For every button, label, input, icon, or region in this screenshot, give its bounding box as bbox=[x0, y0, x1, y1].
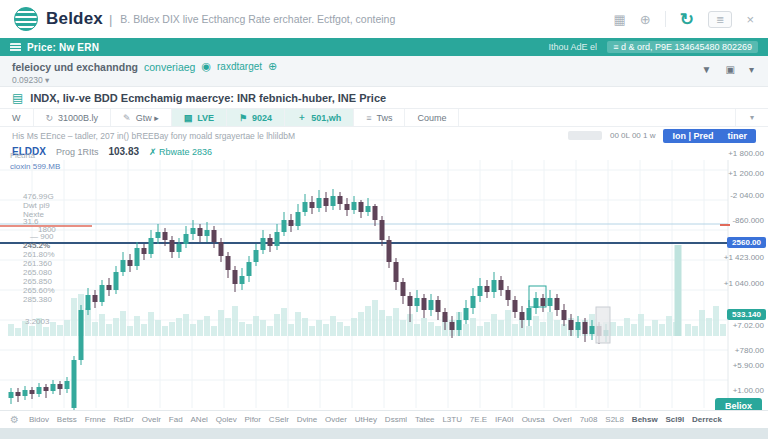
grid-icon[interactable]: ▦ bbox=[614, 13, 626, 26]
x-axis-label[interactable]: CSelr bbox=[269, 415, 289, 424]
candle-body bbox=[163, 232, 168, 240]
x-axis-label[interactable]: Ouvsa bbox=[522, 415, 545, 424]
legend-change: ✗ Rbwate 2836 bbox=[149, 147, 212, 157]
x-axis-label[interactable]: Tatee bbox=[415, 415, 435, 424]
y-axis-label: +1.00.00 bbox=[704, 386, 764, 395]
chart-subtitle-text: His Ms EEnce – tadler, 207 in() bREEBay … bbox=[12, 131, 295, 141]
x-axis-label[interactable]: Frnne bbox=[85, 415, 106, 424]
volume-bar bbox=[337, 322, 343, 336]
volume-bar bbox=[491, 314, 497, 336]
x-axis-label[interactable]: Dssml bbox=[385, 415, 407, 424]
toolbar-item-501-wh[interactable]: ＋501,wh bbox=[285, 109, 354, 126]
y-axis-label: +1 423.000 bbox=[704, 253, 764, 262]
chevron-down-icon[interactable]: ▾ bbox=[749, 64, 754, 75]
highlight-volume-bar bbox=[675, 245, 682, 336]
x-axis-label[interactable]: RstDr bbox=[114, 415, 134, 424]
banner-order-badge[interactable]: ≡ d & ord, P9E 134645480 802269 bbox=[607, 41, 758, 53]
toolbar-item-31000b-ly[interactable]: ↻31000B.ly bbox=[34, 109, 112, 126]
volume-bar bbox=[253, 316, 259, 336]
globe-icon[interactable]: ⊕ bbox=[640, 13, 651, 26]
toolbar-item-gtw-[interactable]: ✎Gtw ▸ bbox=[111, 109, 172, 126]
x-axis-label[interactable]: UtHey bbox=[355, 415, 377, 424]
candle-body bbox=[282, 220, 287, 232]
chart-subtitle-row: His Ms EEnce – tadler, 207 in() bREEBay … bbox=[0, 127, 768, 144]
x-axis-label[interactable]: 7u08 bbox=[580, 415, 598, 424]
volume-bar bbox=[351, 318, 357, 336]
toolbar-item-label: 9024 bbox=[252, 113, 272, 123]
volume-bar bbox=[372, 300, 378, 336]
volume-bar bbox=[645, 326, 651, 336]
filter-icon[interactable]: ▼ bbox=[702, 64, 712, 75]
volume-bar bbox=[477, 326, 483, 336]
candle-body bbox=[576, 322, 581, 330]
x-axis-label[interactable]: Bidov bbox=[29, 415, 49, 424]
candle-body bbox=[555, 298, 560, 310]
toolbar-item-lve[interactable]: ▤LVE bbox=[172, 109, 227, 126]
x-axis-label[interactable]: Ovder bbox=[325, 415, 347, 424]
volume-bar bbox=[64, 320, 70, 336]
volume-bar bbox=[99, 314, 105, 336]
toolbar-dropdown[interactable]: ▾ bbox=[735, 109, 768, 126]
x-axis-label[interactable]: Behsw bbox=[632, 415, 658, 424]
candle-body bbox=[51, 384, 56, 391]
price-banner: Price: Nw ERN Ithou AdE el ≡ d & ord, P9… bbox=[0, 38, 768, 56]
close-icon[interactable]: × bbox=[746, 13, 754, 26]
volume-bar bbox=[316, 320, 322, 336]
x-axis-label[interactable]: Pifor bbox=[245, 415, 261, 424]
candlestick-chart[interactable] bbox=[0, 160, 768, 410]
crosshair-icon: ⊕ bbox=[268, 60, 277, 73]
toolbar-item-9024[interactable]: ⚑9024 bbox=[227, 109, 285, 126]
menu-pill-button[interactable]: ≣ bbox=[708, 11, 732, 28]
x-axis-label[interactable]: ANel bbox=[191, 415, 208, 424]
candle-body bbox=[324, 198, 329, 206]
y-axis-label: +1 200.00 bbox=[704, 169, 764, 178]
candle-body bbox=[569, 320, 574, 330]
toolbar-item-w[interactable]: W bbox=[0, 109, 34, 126]
volume-bar bbox=[379, 310, 385, 336]
toolbar-item-tws[interactable]: ≡Tws bbox=[354, 109, 405, 126]
candle-body bbox=[205, 230, 210, 236]
toolbar-item-icon: ＋ bbox=[297, 111, 306, 124]
volume-bar bbox=[323, 324, 329, 336]
candle-body bbox=[590, 326, 595, 334]
subheader: feleiocy und exchanndng converiaeg ◉ rax… bbox=[0, 56, 768, 87]
x-axis-label[interactable]: Overl bbox=[553, 415, 572, 424]
legend-symbol[interactable]: ELDDX bbox=[12, 146, 46, 157]
x-axis-label[interactable]: Dvine bbox=[297, 415, 317, 424]
gear-icon[interactable]: ⚙ bbox=[10, 414, 19, 425]
volume-bar bbox=[127, 326, 133, 336]
x-axis-label[interactable]: Ovelr bbox=[142, 415, 161, 424]
x-axis-label[interactable]: S2L8 bbox=[605, 415, 624, 424]
candle-body bbox=[149, 238, 154, 254]
x-axis-label[interactable]: Scl9l bbox=[666, 415, 685, 424]
candle-body bbox=[520, 312, 525, 320]
target-link[interactable]: raxdtarget bbox=[217, 61, 262, 72]
toolbar-item-icon: ⚑ bbox=[239, 113, 247, 123]
candle-body bbox=[233, 270, 238, 284]
list-icon bbox=[10, 43, 21, 52]
x-axis-label[interactable]: Fad bbox=[169, 415, 183, 424]
copy-icon[interactable]: ▣ bbox=[726, 64, 735, 75]
volume-bar bbox=[225, 318, 231, 336]
x-axis-label[interactable]: IFA0I bbox=[495, 415, 514, 424]
toolbar-item-label: 501,wh bbox=[311, 113, 341, 123]
candle-body bbox=[142, 248, 147, 254]
x-axis-label[interactable]: 7E.E bbox=[470, 415, 487, 424]
x-axis: ⚙ BidovBetssFrnneRstDrOvelrFadANelQolevP… bbox=[0, 410, 768, 428]
x-axis-label[interactable]: Qolev bbox=[216, 415, 237, 424]
volume-bar bbox=[610, 322, 616, 336]
page-title: INDX, liv-ve BDD Ecmchamig maercye: INR … bbox=[30, 92, 386, 104]
volume-bar bbox=[638, 314, 644, 336]
refresh-icon[interactable]: ↻ bbox=[680, 11, 694, 28]
volume-bar bbox=[148, 312, 154, 336]
candle-body bbox=[429, 300, 434, 310]
trade-button[interactable]: Ion | Pred tiner bbox=[663, 129, 756, 143]
volume-bar bbox=[176, 318, 182, 336]
legend-price: 103.83 bbox=[108, 146, 139, 157]
x-axis-label[interactable]: L3TU bbox=[442, 415, 462, 424]
toolbar-item-coume[interactable]: Coume bbox=[405, 109, 459, 126]
candle-body bbox=[198, 228, 203, 236]
x-axis-label[interactable]: Betss bbox=[57, 415, 77, 424]
candle-body bbox=[100, 285, 105, 302]
x-axis-label[interactable]: Derreck bbox=[692, 415, 722, 424]
